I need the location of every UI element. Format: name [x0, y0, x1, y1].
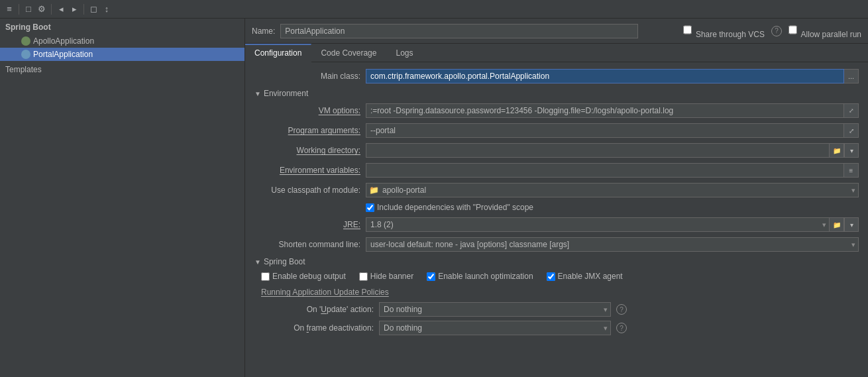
name-label: Name:	[252, 27, 275, 36]
shorten-cmd-label: Shorten command line:	[254, 240, 360, 249]
env-vars-browse-button[interactable]: ≡	[844, 163, 859, 178]
shorten-cmd-row: Shorten command line: user-local default…	[254, 237, 859, 252]
working-dir-input-group: 📁 ▾	[366, 143, 859, 158]
env-vars-row: Environment variables: ≡	[254, 163, 859, 178]
on-update-row: On 'Update' action: Do nothing Update re…	[261, 302, 859, 317]
sidebar: Spring Boot ApolloApplication PortalAppl…	[0, 19, 245, 377]
program-args-input-group: ⤢	[366, 123, 859, 138]
share-vcs-label: Share through VCS	[696, 30, 765, 39]
right-panel: Name: Share through VCS ? Allow parallel…	[245, 19, 868, 377]
toolbar-icon-sort[interactable]: ↕	[101, 4, 112, 15]
toolbar-icon-forward[interactable]: ▸	[69, 4, 80, 15]
tab-configuration[interactable]: Configuration	[245, 44, 311, 62]
program-args-expand-button[interactable]: ⤢	[844, 123, 859, 138]
classpath-module-select[interactable]: apollo-portal	[366, 183, 859, 197]
enable-launch-checkbox[interactable]	[427, 272, 435, 281]
share-through-vcs-option[interactable]: Share through VCS	[683, 23, 765, 39]
policies-title: Running Application Update Policies	[261, 288, 859, 297]
enable-launch-item: Enable launch optimization	[427, 272, 533, 281]
share-vcs-checkbox[interactable]	[683, 23, 692, 37]
on-frame-row: On frame deactivation: Do nothing Update…	[261, 321, 859, 335]
sidebar-templates-label: Templates	[0, 61, 244, 77]
tabs-bar: Configuration Code Coverage Logs	[245, 44, 868, 62]
tab-logs[interactable]: Logs	[386, 44, 423, 62]
on-update-label: On 'Update' action:	[261, 305, 374, 314]
toolbar-separator-1	[19, 4, 19, 15]
program-args-label: Program arguments:	[254, 126, 360, 135]
classpath-module-select-wrap: 📁 apollo-portal	[366, 183, 859, 197]
toolbar-icon-back[interactable]: ◂	[56, 4, 66, 15]
enable-jmx-label: Enable JMX agent	[558, 272, 623, 281]
vm-options-expand-button[interactable]: ⤢	[844, 103, 859, 118]
on-update-select[interactable]: Do nothing Update resources Update class…	[379, 302, 611, 317]
sidebar-item-label-apollo: ApolloApplication	[33, 36, 94, 46]
environment-toggle[interactable]: ▼	[254, 90, 261, 97]
enable-debug-item: Enable debug output	[261, 272, 346, 281]
env-vars-input[interactable]	[366, 163, 844, 178]
on-frame-select-wrap: Do nothing Update resources Update class…	[379, 321, 611, 335]
allow-parallel-option[interactable]: Allow parallel run	[788, 23, 861, 39]
jre-browse-button[interactable]: 📁	[830, 217, 844, 232]
name-input[interactable]	[280, 24, 638, 38]
environment-label: Environment	[264, 89, 308, 98]
policies-section: Running Application Update Policies On '…	[261, 288, 859, 335]
vm-options-input[interactable]	[366, 103, 844, 118]
toolbar-icon-save[interactable]: □	[23, 4, 34, 15]
working-dir-expand-button[interactable]: ▾	[844, 143, 859, 158]
allow-parallel-label: Allow parallel run	[801, 30, 861, 39]
sidebar-spring-boot-label: Spring Boot	[0, 19, 244, 34]
spring-boot-section-header: ▼ Spring Boot	[254, 257, 859, 266]
toolbar-separator-2	[51, 4, 52, 15]
enable-jmx-item: Enable JMX agent	[547, 272, 623, 281]
tab-code-coverage[interactable]: Code Coverage	[311, 44, 386, 62]
sidebar-item-portal-application[interactable]: PortalApplication	[0, 48, 244, 61]
toolbar-icon-menu[interactable]: ≡	[4, 4, 15, 15]
sidebar-item-label-portal: PortalApplication	[33, 50, 93, 59]
working-dir-browse-button[interactable]: 📁	[830, 143, 844, 158]
toolbar: ≡ □ ⚙ ◂ ▸ ◻ ↕	[0, 0, 868, 19]
env-vars-label: Environment variables:	[254, 166, 360, 175]
toolbar-icon-folder[interactable]: ◻	[88, 4, 99, 15]
main-class-input[interactable]	[366, 69, 844, 83]
sidebar-item-apollo-application[interactable]: ApolloApplication	[0, 34, 244, 48]
enable-debug-checkbox[interactable]	[261, 272, 270, 281]
jre-select-wrap: 1.8 (2)	[366, 217, 830, 232]
shorten-cmd-select[interactable]: user-local default: none - java [options…	[366, 237, 859, 252]
program-args-row: Program arguments: ⤢	[254, 123, 859, 138]
spring-boot-toggle[interactable]: ▼	[254, 258, 261, 266]
hide-banner-checkbox[interactable]	[359, 272, 368, 281]
jre-label: JRE:	[254, 220, 360, 229]
classpath-row: Use classpath of module: 📁 apollo-portal	[254, 183, 859, 197]
jre-select[interactable]: 1.8 (2)	[366, 217, 830, 232]
toolbar-separator-3	[83, 4, 84, 15]
blue-dot-icon	[21, 50, 30, 59]
on-frame-help-icon[interactable]: ?	[616, 323, 627, 333]
hide-banner-label: Hide banner	[370, 272, 413, 281]
name-bar-right-options: Share through VCS ? Allow parallel run	[683, 23, 861, 39]
classpath-label: Use classpath of module:	[254, 186, 360, 195]
env-vars-input-group: ≡	[366, 163, 859, 178]
include-deps-checkbox[interactable]	[366, 203, 374, 212]
include-deps-row: Include dependencies with "Provided" sco…	[366, 203, 859, 212]
vm-options-row: VM options: ⤢	[254, 103, 859, 118]
main-class-browse-button[interactable]: ...	[844, 69, 859, 83]
jre-row: JRE: 1.8 (2) 📁 ▾	[254, 217, 859, 232]
vm-options-input-group: ⤢	[366, 103, 859, 118]
on-update-help-icon[interactable]: ?	[616, 304, 627, 315]
shorten-cmd-select-wrap: user-local default: none - java [options…	[366, 237, 859, 252]
working-dir-label: Working directory:	[254, 146, 360, 155]
share-help-icon[interactable]: ?	[771, 26, 782, 36]
allow-parallel-checkbox[interactable]	[788, 23, 797, 37]
main-class-row: Main class: ...	[254, 69, 859, 83]
green-dot-icon	[21, 36, 30, 46]
program-args-input[interactable]	[366, 123, 844, 138]
vm-options-label: VM options:	[254, 106, 360, 115]
spring-boot-checkboxes: Enable debug output Hide banner Enable l…	[261, 272, 859, 281]
toolbar-icon-settings[interactable]: ⚙	[36, 4, 47, 15]
on-update-select-wrap: Do nothing Update resources Update class…	[379, 302, 611, 317]
working-dir-input[interactable]	[366, 143, 830, 158]
jre-input-group: 1.8 (2) 📁 ▾	[366, 217, 859, 232]
jre-expand-button[interactable]: ▾	[844, 217, 859, 232]
enable-jmx-checkbox[interactable]	[547, 272, 555, 281]
on-frame-select[interactable]: Do nothing Update resources Update class…	[379, 321, 611, 335]
